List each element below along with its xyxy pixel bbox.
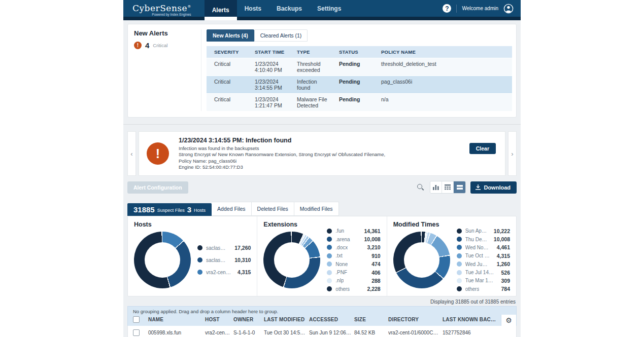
legend-dot [197, 257, 202, 263]
legend-label: Tue Jul 14 2009 [465, 270, 495, 275]
alerts-table-header: SEVERITYSTART TIMETYPESTATUSPOLICY NAME [207, 46, 512, 58]
nav-item-hosts[interactable]: Hosts [237, 0, 269, 17]
column-header-owner[interactable]: OWNER [233, 317, 264, 322]
donut-hole [404, 242, 439, 278]
start-time-cell: 1/23/2024 4:10:40 PM [247, 58, 289, 76]
carousel-next-button[interactable]: › [508, 131, 517, 176]
tab-deleted-files[interactable]: Deleted Files [252, 202, 294, 216]
row-checkbox[interactable] [133, 329, 140, 336]
alert-row[interactable]: Critical1/23/2024 1:21:47 PMMalware File… [207, 93, 512, 111]
column-header-host[interactable]: HOST [205, 317, 233, 322]
alerts-table-body: Critical1/23/2024 4:10:40 PMThreshold ex… [207, 58, 512, 111]
column-header-size[interactable]: SIZE [354, 317, 388, 322]
legend-item: Tue Oct 30 20184,315 [457, 252, 510, 260]
policy-name-cell: pag_class06i [374, 76, 512, 93]
column-header-last-known-backup-id[interactable]: LAST KNOWN BACKUP ID [443, 317, 501, 322]
alert-row[interactable]: Critical1/23/2024 4:10:40 PMThreshold ex… [207, 58, 512, 76]
accessed-cell: Sun Jun 9 12:06:13 2019 [309, 330, 354, 335]
column-header-policy-name[interactable]: POLICY NAME [374, 46, 512, 58]
legend-dot [327, 270, 332, 275]
brand-tagline: Powered by Index Engines [152, 13, 191, 16]
legend-value: 4,461 [494, 244, 510, 250]
legend-value: 288 [368, 278, 381, 284]
column-header-start-time[interactable]: START TIME [247, 46, 289, 58]
owner-cell: S-1-6-1-0 [233, 330, 264, 335]
alert-detail-card: ! 1/23/2024 3:14:55 PM: Infection found … [139, 131, 505, 176]
legend-dot [197, 245, 202, 250]
severity-cell: Critical [207, 94, 247, 111]
legend-dot [457, 278, 462, 283]
column-header-name[interactable]: NAME [148, 317, 205, 322]
toolbar: Alert Configuration Download [127, 181, 517, 194]
panel-extensions: Extensions.fun14,361.arena10,008.docx3,2… [257, 216, 386, 296]
alert-tab-new-alerts-4-[interactable]: New Alerts (4) [207, 29, 254, 42]
legend-item: .nlp288 [327, 277, 380, 285]
legend-label: Wed Jun 10 2009 [465, 261, 490, 267]
status-cell: Pending [331, 94, 374, 111]
help-icon[interactable]: ? [443, 4, 451, 13]
view-toggle-group [430, 181, 466, 194]
displaying-entries-text: Displaying 31885 out of 31885 entries [127, 299, 516, 305]
alert-detail-title: 1/23/2024 3:14:55 PM: Infection found [179, 137, 385, 144]
donut-hole [145, 242, 180, 278]
nav-item-backups[interactable]: Backups [269, 0, 310, 17]
legend-value: 10,222 [491, 228, 510, 234]
file-tabs: 31885 Suspect Files 3 Hosts Added FilesD… [127, 202, 517, 216]
legend: saclass6encryptch...17,260saclass6jigsaw… [197, 242, 251, 278]
search-icon[interactable] [417, 184, 424, 191]
tab-modified-files[interactable]: Modified Files [294, 202, 339, 216]
panel-title: Hosts [134, 221, 251, 228]
grouping-hint[interactable]: No grouping applied. Drag and drop a col… [128, 307, 516, 315]
legend-label: .docx [335, 245, 348, 250]
alert-exclamation-icon: ! [147, 142, 169, 165]
column-header-last-modified[interactable]: LAST MODIFIED [264, 317, 309, 322]
welcome-text: Welcome admin [462, 6, 498, 11]
list-view-icon[interactable] [454, 181, 465, 193]
legend-dot [457, 253, 462, 258]
legend-dot [327, 286, 332, 291]
alert-tab-cleared-alerts-1-[interactable]: Cleared Alerts (1) [254, 29, 308, 42]
start-time-cell: 1/23/2024 3:14:55 PM [247, 76, 289, 93]
nav-item-settings[interactable]: Settings [310, 0, 349, 17]
critical-alert-icon: ! [134, 42, 142, 49]
column-header-accessed[interactable]: ACCESSED [309, 317, 354, 322]
severity-cell: Critical [207, 58, 247, 76]
legend-item: others784 [457, 285, 510, 293]
legend-dot [457, 237, 462, 242]
carousel-prev-button[interactable]: ‹ [127, 131, 136, 176]
column-header-severity[interactable]: SEVERITY [207, 46, 247, 58]
alert-configuration-button[interactable]: Alert Configuration [127, 181, 188, 194]
legend-dot [327, 237, 332, 242]
legend-label: Wed Nov 22 2017 [465, 245, 490, 250]
file-row[interactable]: 005998.xls.funvra2-cent-01S-1-6-1-0Tue O… [128, 326, 516, 337]
legend-item: Sun Apr 02 201710,222 [457, 227, 510, 235]
grid-view-icon[interactable] [442, 181, 454, 193]
user-avatar-icon[interactable] [503, 4, 514, 14]
bar-chart-view-icon[interactable] [430, 181, 442, 193]
backup-id-cell: 1527752846 [443, 330, 501, 335]
legend-label: Tue Mar 14 2017 [465, 278, 495, 283]
type-cell: Malware File Detected [289, 94, 331, 111]
legend-label: None [335, 261, 348, 267]
alert-row[interactable]: Critical1/23/2024 3:14:55 PMInfection fo… [207, 76, 512, 93]
nav-item-alerts[interactable]: Alerts [205, 0, 237, 20]
legend-value: 4,315 [494, 253, 510, 259]
column-header-type[interactable]: TYPE [289, 46, 331, 58]
legend-label: Tue Oct 30 2018 [465, 253, 490, 258]
select-all-checkbox[interactable] [133, 316, 140, 323]
download-button[interactable]: Download [470, 181, 517, 194]
brand-logo[interactable]: CyberSense® Powered by Index Engines [123, 0, 198, 17]
legend-item: .txt910 [327, 252, 380, 260]
clear-button[interactable]: Clear [469, 143, 496, 154]
legend-label: .fun [335, 228, 344, 234]
file-table-header-band: No grouping applied. Drag and drop a col… [127, 306, 517, 326]
column-header-status[interactable]: STATUS [331, 46, 374, 58]
tab-added-files[interactable]: Added Files [212, 202, 251, 216]
panel-hosts: Hostssaclass6encryptch...17,260saclass6j… [128, 216, 257, 296]
alerts-card-title: New Alerts [134, 29, 201, 37]
table-settings-gear-icon[interactable]: ⚙ [501, 315, 516, 326]
column-header-directory[interactable]: DIRECTORY [388, 317, 443, 322]
legend-item: .PNF406 [327, 268, 380, 276]
legend-label: vra2-cent-01 [206, 270, 231, 275]
tab-suspect-files[interactable]: 31885 Suspect Files 3 Hosts [127, 203, 212, 216]
